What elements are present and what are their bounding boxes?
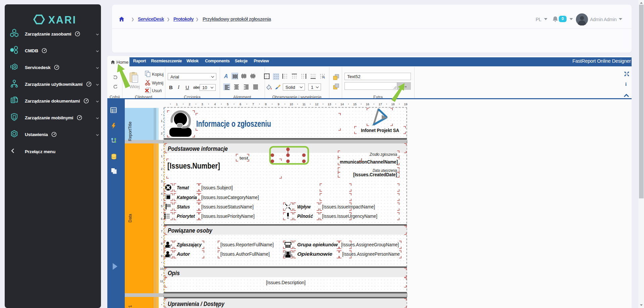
svg-text:Opis: Opis <box>168 270 180 276</box>
svg-text:Wpływ: Wpływ <box>297 204 311 209</box>
svg-text:9: 9 <box>278 103 279 106</box>
svg-text:Priorytet: Priorytet <box>177 213 195 219</box>
svg-text:[Issues.Description]: [Issues.Description] <box>266 280 306 285</box>
svg-text:2: 2 <box>189 103 191 106</box>
svg-text:[Issues.IssueStatusName]: [Issues.IssueStatusName] <box>201 204 254 209</box>
svg-text:Opiekunowie: Opiekunowie <box>297 251 332 257</box>
svg-text:3: 3 <box>161 180 162 183</box>
svg-text:11: 11 <box>160 280 163 283</box>
svg-text:8: 8 <box>265 103 267 106</box>
svg-text:Temat: Temat <box>177 185 189 190</box>
svg-text:[Issues.IssueCategoryName]: [Issues.IssueCategoryName] <box>201 194 259 200</box>
svg-text:Podstawowe informacje: Podstawowe informacje <box>168 145 228 152</box>
svg-text:6: 6 <box>239 103 241 106</box>
svg-text:9: 9 <box>161 254 162 258</box>
svg-text:3: 3 <box>202 103 203 106</box>
svg-text:[Issues.AssigneeGroupName]: [Issues.AssigneeGroupName] <box>341 242 399 247</box>
svg-text:Pilność: Pilność <box>297 213 313 219</box>
svg-text:1: 1 <box>176 103 178 106</box>
svg-text:15: 15 <box>353 103 357 106</box>
svg-text:19: 19 <box>404 103 407 106</box>
svg-text:test: test <box>239 156 248 161</box>
svg-text:1: 1 <box>161 119 162 123</box>
svg-text:ReportTitle: ReportTitle <box>128 122 132 141</box>
svg-text:[Issues.CreatedDate]: [Issues.CreatedDate] <box>353 172 397 177</box>
svg-text:[Issues.IssueUrgencyName]: [Issues.IssueUrgencyName] <box>322 213 377 219</box>
svg-text:18: 18 <box>391 103 395 106</box>
svg-text:14: 14 <box>340 103 344 106</box>
svg-text:[Issues.AssigneePersonName: [Issues.AssigneePersonName <box>342 251 400 257</box>
svg-text:10: 10 <box>289 103 293 106</box>
svg-text:Informacje o zgłoszeniu: Informacje o zgłoszeniu <box>196 119 271 128</box>
svg-text:Powiązane osoby: Powiązane osoby <box>168 227 213 234</box>
svg-text:4: 4 <box>214 103 216 106</box>
svg-text:4: 4 <box>161 192 162 195</box>
svg-text:er1: er1 <box>128 305 132 308</box>
svg-text:11: 11 <box>303 103 306 106</box>
svg-text:[Issues.ReporterFullName]: [Issues.ReporterFullName] <box>220 242 274 247</box>
svg-text:Autor: Autor <box>176 251 190 257</box>
svg-text:13: 13 <box>328 103 331 106</box>
svg-text:7: 7 <box>161 230 162 233</box>
svg-text:Zgłaszający: Zgłaszający <box>176 242 202 247</box>
svg-text:2: 2 <box>161 167 162 171</box>
svg-text:16: 16 <box>366 103 369 106</box>
svg-text:6: 6 <box>161 217 162 221</box>
svg-text:mmunicationChannelName]: mmunicationChannelName] <box>340 159 398 165</box>
svg-text:7: 7 <box>252 103 254 106</box>
svg-text:1: 1 <box>161 155 162 158</box>
svg-text:[Issues.AuthorFullName]: [Issues.AuthorFullName] <box>220 251 270 257</box>
svg-text:5: 5 <box>227 103 228 106</box>
svg-text:Status: Status <box>177 204 190 209</box>
svg-text:[Issues.IssueImpactName]: [Issues.IssueImpactName] <box>322 204 375 209</box>
svg-text:8: 8 <box>161 242 162 245</box>
svg-text:2: 2 <box>161 132 162 135</box>
svg-text:Zrodło zgłoszenia: Zrodło zgłoszenia <box>369 152 397 157</box>
svg-text:[Issues.IssuePriorityName]: [Issues.IssuePriorityName] <box>201 213 255 219</box>
svg-text:5: 5 <box>161 204 162 208</box>
svg-text:[Issues.Number]: [Issues.Number] <box>167 161 220 170</box>
svg-text:Grupa opiekunów: Grupa opiekunów <box>297 242 338 247</box>
svg-text:[Issues.Subject]: [Issues.Subject] <box>201 185 233 190</box>
svg-text:10: 10 <box>160 267 163 270</box>
svg-text:Infonet Projekt SA: Infonet Projekt SA <box>361 127 399 133</box>
svg-text:12: 12 <box>315 103 318 106</box>
svg-text:Kategoria: Kategoria <box>177 194 197 200</box>
svg-text:Data: Data <box>128 214 132 223</box>
svg-text:17: 17 <box>379 103 382 106</box>
svg-text:XARI: XARI <box>48 14 76 25</box>
svg-text:Uprawnienia / Dostępy: Uprawnienia / Dostępy <box>168 301 225 307</box>
